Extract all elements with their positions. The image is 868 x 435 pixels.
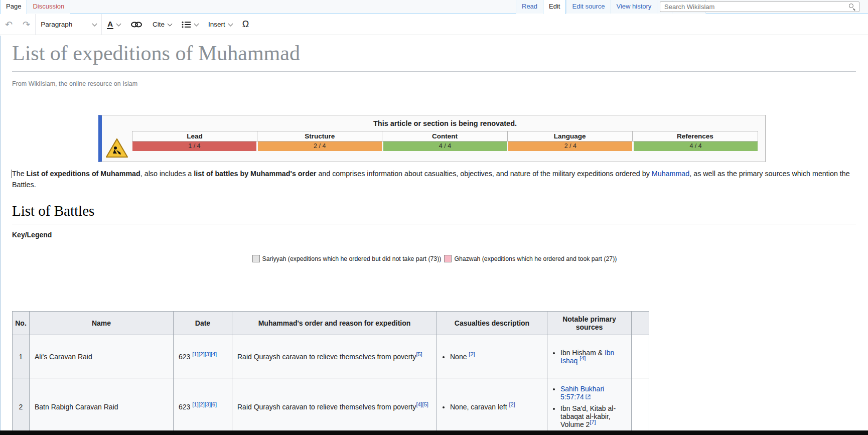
under-construction-icon — [102, 115, 132, 162]
ref-link[interactable]: [5] — [416, 351, 422, 357]
list-structure-dropdown[interactable] — [177, 14, 203, 35]
casualties-list: None [2] — [442, 353, 542, 361]
legend-label: Sariyyah (expeditions which he ordered b… — [262, 255, 442, 262]
empty-cell — [632, 378, 649, 435]
column-header — [632, 312, 649, 335]
ref-link[interactable]: [1][2][3][4] — [192, 351, 217, 357]
search-box — [660, 2, 859, 12]
sources-cell[interactable]: Ibn Hisham & Ibn Ishaq [4] — [547, 335, 632, 378]
content-left-edge — [0, 36, 1, 431]
site-subtitle: From WikiIslam, the online resource on I… — [12, 80, 137, 87]
legend-swatch — [444, 255, 452, 262]
undo-button[interactable]: ↶ — [0, 14, 18, 35]
column-header: Notable primary sources — [547, 312, 632, 335]
wiki-link[interactable]: Sahih Bukhari 5:57:74 — [560, 385, 604, 401]
casualties-cell[interactable]: None [2] — [437, 335, 547, 378]
intro-paragraph[interactable]: The List of expeditions of Muhammad, als… — [12, 169, 857, 190]
table-row: 1Ali's Caravan Raid623 [1][2][3][4]Raid … — [13, 335, 649, 378]
sources-list: Sahih Bukhari 5:57:74Ibn Sa'd, Kitab al-… — [552, 385, 626, 428]
column-header: Muhammad's order and reason for expediti… — [232, 312, 437, 335]
tab-read[interactable]: Read — [516, 0, 543, 14]
text-run: , also includes a — [140, 170, 194, 178]
table-row: 2Batn Rabigh Caravan Raid623 [1][2][3][6… — [13, 378, 649, 435]
text-run: and comprises information about casualti… — [316, 170, 651, 178]
renovation-body: This article or section is being renovat… — [132, 115, 765, 162]
text-style-dropdown[interactable]: A — [102, 14, 125, 35]
text-run: 623 — [179, 353, 192, 361]
ref-link[interactable]: [2] — [509, 401, 515, 407]
renovation-column-label: Lead — [132, 131, 257, 141]
battle-table: No.NameDateMuhammad's order and reason f… — [12, 311, 649, 435]
battle-name-cell[interactable]: Batn Rabigh Caravan Raid — [30, 378, 174, 435]
column-header: No. — [13, 312, 30, 335]
legend-item: Ghazwah (expeditions which he ordered an… — [444, 255, 617, 262]
cite-dropdown[interactable]: Cite — [148, 14, 177, 35]
row-number-cell: 1 — [13, 335, 30, 378]
text-run: Raid Quraysh caravan to relieve themselv… — [237, 403, 416, 411]
battle-table-body: 1Ali's Caravan Raid623 [1][2][3][4]Raid … — [13, 335, 649, 435]
tab-view-history[interactable]: View history — [611, 0, 657, 14]
search-input[interactable] — [660, 2, 859, 12]
key-legend-label: Key/Legend — [12, 231, 52, 239]
top-tab-bar: PageDiscussion ReadEditEdit sourceView h… — [0, 0, 868, 14]
text-run: The — [12, 170, 27, 178]
battle-order-cell[interactable]: Raid Quraysh caravan to relieve themselv… — [232, 378, 437, 435]
renovation-notice: This article or section is being renovat… — [98, 115, 766, 162]
chevron-down-icon — [116, 22, 121, 27]
list-item: None, caravan left [2] — [450, 403, 542, 411]
link-icon — [130, 21, 142, 29]
wiki-link[interactable]: Muhammad — [652, 170, 690, 178]
list-item: Ibn Sa'd, Kitab al-tabaqat al-kabir, Vol… — [560, 404, 626, 428]
battle-name-cell[interactable]: Ali's Caravan Raid — [30, 335, 174, 378]
renovation-score-headers: LeadStructureContentLanguageReferences — [132, 131, 758, 141]
ref-link[interactable]: [7] — [590, 419, 596, 425]
paragraph-format-dropdown[interactable]: Paragraph — [36, 14, 101, 35]
tab-edit[interactable]: Edit — [543, 0, 566, 14]
insert-dropdown[interactable]: Insert — [203, 14, 237, 35]
battle-date-cell[interactable]: 623 [1][2][3][6] — [174, 378, 232, 435]
external-link-icon — [586, 394, 591, 399]
text-run: Ibn Sa'd, Kitab al-tabaqat al-kabir, Vol… — [560, 404, 616, 428]
redo-button[interactable]: ↷ — [18, 14, 35, 35]
ref-link[interactable]: [4][5] — [416, 401, 428, 407]
chevron-down-icon — [228, 22, 233, 27]
renovation-column-label: References — [633, 131, 758, 141]
sources-list: Ibn Hisham & Ibn Ishaq [4] — [552, 349, 626, 365]
battle-table-header-row: No.NameDateMuhammad's order and reason f… — [13, 312, 649, 335]
link-button[interactable] — [125, 14, 148, 35]
chevron-down-icon — [194, 22, 199, 27]
tab-page[interactable]: Page — [0, 0, 27, 14]
tab-edit-source[interactable]: Edit source — [566, 0, 610, 14]
row-number-cell: 2 — [13, 378, 30, 435]
renovation-score-cell: 2 / 4 — [508, 141, 632, 151]
text-style-icon: A — [107, 20, 113, 29]
ref-link[interactable]: [4] — [580, 355, 586, 361]
battle-date-cell[interactable]: 623 [1][2][3][4] — [174, 335, 232, 378]
battle-table-container: No.NameDateMuhammad's order and reason f… — [12, 311, 649, 435]
insert-label: Insert — [208, 21, 225, 28]
special-character-button[interactable]: Ω — [237, 14, 254, 35]
editor-toolbar: ↶ ↷ Paragraph A Cite Insert Ω — [0, 14, 868, 35]
sources-cell[interactable]: Sahih Bukhari 5:57:74Ibn Sa'd, Kitab al-… — [547, 378, 632, 435]
bullet-list-icon — [182, 21, 191, 29]
list-item: Sahih Bukhari 5:57:74 — [560, 385, 626, 401]
renovation-score-cell: 1 / 4 — [132, 141, 256, 151]
tab-discussion[interactable]: Discussion — [27, 0, 70, 14]
list-item: None [2] — [450, 353, 542, 361]
legend-label: Ghazwah (expeditions which he ordered an… — [454, 255, 617, 262]
ref-link[interactable]: [2] — [469, 351, 475, 357]
text-run: list of battles by Muhammad's order — [194, 170, 316, 178]
text-run: Raid Quraysh caravan to relieve themselv… — [237, 353, 416, 361]
column-header: Casualties description — [437, 312, 547, 335]
battle-order-cell[interactable]: Raid Quraysh caravan to relieve themselv… — [232, 335, 437, 378]
chevron-down-icon — [168, 22, 173, 27]
cite-label: Cite — [153, 21, 165, 28]
text-run: 623 — [179, 403, 192, 411]
ref-link[interactable]: [1][2][3][6] — [192, 401, 217, 407]
search-icon[interactable] — [849, 4, 855, 10]
legend-swatch — [252, 255, 260, 262]
casualties-cell[interactable]: None, caravan left [2] — [437, 378, 547, 435]
text-run: None, caravan left — [450, 403, 509, 411]
list-item: Ibn Hisham & Ibn Ishaq [4] — [560, 349, 626, 365]
renovation-score-cell: 4 / 4 — [383, 141, 507, 151]
